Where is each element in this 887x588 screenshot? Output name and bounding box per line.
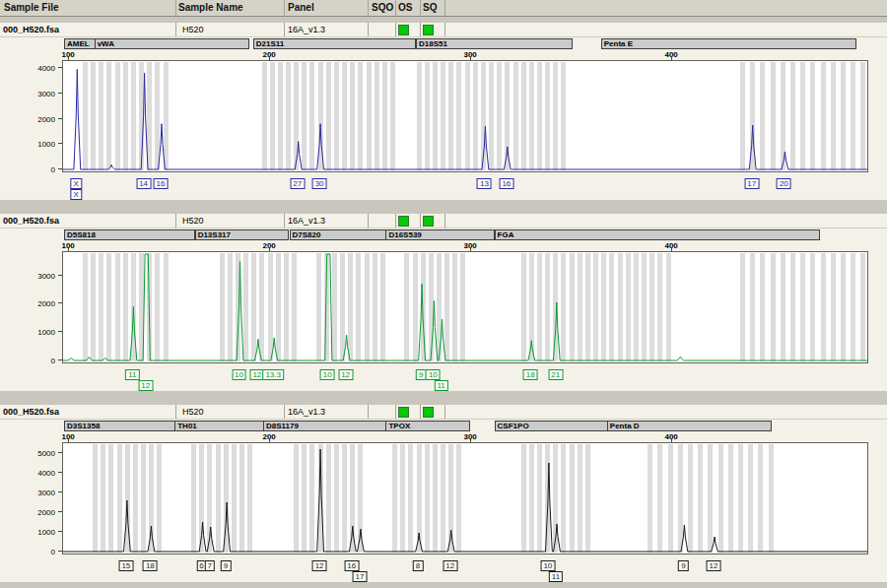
marker-label-fga[interactable]: FGA: [495, 229, 820, 240]
sample-row[interactable]: 000_H520.fsaH52016A_v1.3: [0, 23, 887, 37]
allele-label[interactable]: 11: [434, 380, 447, 391]
column-separator: [368, 0, 369, 16]
allele-label[interactable]: 18: [523, 369, 538, 380]
panel-name: 16A_v1.3: [288, 407, 325, 417]
sample-file-name: 000_H520.fsa: [3, 25, 59, 34]
dye-trace: [63, 443, 867, 554]
column-header-os: OS: [398, 2, 412, 13]
allele-label[interactable]: 9: [221, 560, 231, 571]
marker-label-d18s51[interactable]: D18S51: [416, 38, 573, 49]
os-pass-indicator: [398, 216, 409, 227]
allele-label[interactable]: 9: [678, 560, 688, 571]
allele-label[interactable]: 17: [744, 178, 759, 189]
y-axis-tick-label: 0: [14, 165, 55, 174]
allele-label[interactable]: 12: [338, 369, 353, 380]
y-axis-tick-label: 4000: [14, 469, 55, 478]
marker-label-d21s11[interactable]: D21S11: [253, 38, 416, 49]
column-separator: [444, 214, 445, 228]
allele-label[interactable]: 27: [290, 178, 305, 189]
column-separator: [444, 405, 445, 419]
column-separator: [175, 214, 176, 228]
electropherogram-panels: 000_H520.fsaH52016A_v1.3AMELvWAD21S11D18…: [0, 23, 887, 582]
column-separator: [284, 405, 285, 419]
allele-label[interactable]: 7: [205, 560, 215, 571]
column-separator: [420, 405, 421, 419]
y-axis-tick-label: 2000: [14, 115, 55, 124]
allele-label[interactable]: 11: [125, 369, 139, 380]
marker-label-th01[interactable]: TH01: [174, 421, 265, 431]
allele-label[interactable]: 8: [413, 560, 423, 571]
marker-label-d13s317[interactable]: D13S317: [195, 229, 290, 240]
size-scale-row: 100200300400: [0, 50, 887, 60]
electropherogram-plot[interactable]: [62, 251, 868, 363]
sample-panel-1: 000_H520.fsaH52016A_v1.3AMELvWAD21S11D18…: [0, 23, 887, 200]
column-separator: [420, 0, 421, 16]
allele-label[interactable]: 16: [344, 560, 359, 571]
marker-label-d16s539[interactable]: D16S539: [385, 229, 494, 240]
marker-label-d7s820[interactable]: D7S820: [290, 229, 388, 240]
allele-label[interactable]: 16: [154, 178, 169, 189]
marker-label-d3s1358[interactable]: D3S1358: [64, 421, 176, 431]
marker-label-csf1po[interactable]: CSF1PO: [495, 421, 609, 431]
allele-label[interactable]: 17: [352, 571, 367, 582]
column-header-sqo: SQO: [372, 2, 393, 13]
electropherogram-plot[interactable]: [62, 442, 868, 555]
allele-label[interactable]: 12: [443, 560, 457, 571]
allele-label[interactable]: 30: [312, 178, 327, 189]
dye-trace: [63, 252, 867, 362]
marker-label-amel[interactable]: AMEL: [64, 38, 97, 49]
sample-file-name: 000_H520.fsa: [3, 216, 59, 226]
allele-label[interactable]: 12: [312, 560, 327, 571]
column-header-sample-name: Sample Name: [178, 2, 243, 13]
column-header-sample-file: Sample File: [4, 2, 59, 13]
marker-bar-row: D5S818D13S317D7S820D16S539FGA: [0, 229, 887, 241]
column-separator: [175, 23, 176, 36]
marker-bar-row: AMELvWAD21S11D18S51Penta E: [0, 37, 887, 50]
allele-label[interactable]: 13.3: [262, 369, 284, 380]
column-separator: [395, 23, 396, 36]
marker-label-d5s818[interactable]: D5S818: [64, 229, 195, 240]
column-separator: [284, 23, 285, 36]
allele-label[interactable]: 9: [416, 369, 426, 380]
sample-row[interactable]: 000_H520.fsaH52016A_v1.3: [0, 405, 887, 420]
allele-label[interactable]: 13: [477, 178, 492, 189]
marker-label-vwa[interactable]: vWA: [95, 38, 249, 49]
allele-label[interactable]: 20: [777, 178, 791, 189]
marker-label-tpox[interactable]: TPOX: [385, 421, 470, 431]
plot-area-wrap: 01000200030004000: [0, 60, 887, 176]
size-scale-row: 100200300400: [0, 241, 887, 251]
allele-label[interactable]: 16: [499, 178, 513, 189]
plot-area-wrap: 0100020003000: [0, 251, 887, 367]
allele-label[interactable]: 11: [549, 571, 563, 582]
marker-label-penta-e[interactable]: Penta E: [601, 38, 856, 49]
allele-label[interactable]: 10: [232, 369, 246, 380]
allele-label[interactable]: 15: [118, 560, 133, 571]
size-scale-row: 100200300400: [0, 432, 887, 442]
marker-bar-row: D3S1358TH01D8S1179TPOXCSF1POPenta D: [0, 420, 887, 432]
sample-row[interactable]: 000_H520.fsaH52016A_v1.3: [0, 214, 887, 229]
sq-pass-indicator: [423, 216, 434, 227]
allele-label[interactable]: 10: [320, 369, 335, 380]
column-separator: [175, 0, 176, 16]
allele-label[interactable]: 12: [138, 380, 153, 391]
column-separator: [368, 405, 369, 419]
column-separator: [395, 405, 396, 419]
sq-pass-indicator: [423, 25, 434, 35]
y-axis-tick-label: 0: [14, 357, 55, 365]
y-axis-tick-label: 3000: [14, 272, 55, 281]
allele-label[interactable]: 10: [426, 369, 441, 380]
allele-label[interactable]: 10: [540, 560, 555, 571]
allele-label[interactable]: X: [71, 178, 82, 189]
marker-label-d8s1179[interactable]: D8S1179: [263, 421, 387, 431]
electropherogram-plot[interactable]: [62, 60, 868, 172]
allele-label[interactable]: 18: [143, 560, 158, 571]
allele-label[interactable]: 14: [136, 178, 151, 189]
allele-label[interactable]: 12: [707, 560, 721, 571]
column-separator: [284, 0, 285, 16]
sample-name: H520: [182, 25, 204, 34]
os-pass-indicator: [398, 407, 409, 418]
allele-label[interactable]: 21: [548, 369, 563, 380]
allele-label[interactable]: X: [71, 189, 82, 200]
marker-label-penta-d[interactable]: Penta D: [607, 421, 772, 431]
allele-label-row: 15186791216178121011912: [0, 558, 887, 585]
